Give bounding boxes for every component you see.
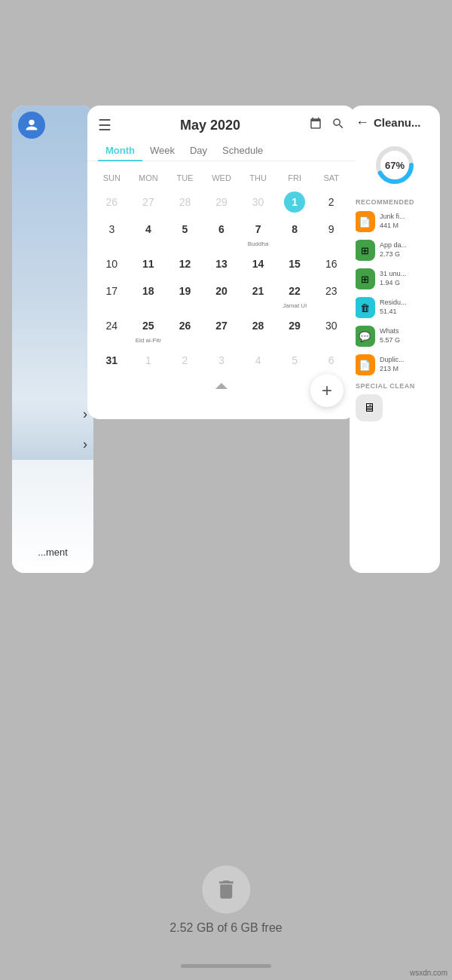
storage-text: 2.52 GB of 6 GB free <box>170 921 282 935</box>
cal-cell-1-4[interactable]: 7Buddha <box>240 216 276 250</box>
cal-num-3-0: 17 <box>101 280 122 302</box>
cal-num-4-4: 28 <box>248 315 269 336</box>
cal-cell-0-5[interactable]: 1 <box>276 188 313 216</box>
cal-num-3-2: 19 <box>174 280 195 302</box>
cal-cell-4-1[interactable]: 25Eid al-Fitr <box>130 312 167 347</box>
cleanup-item-2[interactable]: ⊞31 unu...1.94 G <box>350 265 440 293</box>
cal-cell-1-1[interactable]: 4 <box>130 216 167 250</box>
cal-num-2-0: 10 <box>101 253 122 274</box>
cleanup-item-text-2: 31 unu...1.94 G <box>380 270 406 287</box>
cleanup-item-icon-5: 📄 <box>354 354 375 375</box>
cal-num-0-3: 29 <box>211 191 232 213</box>
cal-num-5-6: 6 <box>321 350 342 371</box>
tab-month[interactable]: Month <box>98 140 142 161</box>
svg-point-0 <box>29 120 34 125</box>
cal-cell-3-2[interactable]: 19 <box>166 277 203 312</box>
tab-week[interactable]: Week <box>142 140 182 161</box>
add-event-button[interactable]: + <box>310 374 344 407</box>
cal-num-4-3: 27 <box>211 315 232 336</box>
cal-num-5-2: 2 <box>174 350 195 371</box>
cal-cell-3-5[interactable]: 22Jamat Ul <box>276 277 313 312</box>
cal-cell-1-0[interactable]: 3 <box>93 216 130 250</box>
cal-cell-0-1[interactable]: 27 <box>130 188 167 216</box>
cal-cell-5-3[interactable]: 3 <box>203 347 240 374</box>
cal-cell-4-6[interactable]: 30 <box>313 312 350 347</box>
cal-cell-1-3[interactable]: 6 <box>203 216 240 250</box>
cleanup-item-4[interactable]: 💬Whats5.57 G <box>350 322 440 351</box>
day-label-sun: SUN <box>93 170 130 185</box>
cal-cell-2-4[interactable]: 14 <box>240 250 276 277</box>
left-card-avatar <box>18 112 45 139</box>
recommended-label: RECOMMENDED <box>350 194 440 207</box>
cal-cell-0-4[interactable]: 30 <box>240 188 276 216</box>
cal-cell-3-4[interactable]: 21 <box>240 277 276 312</box>
cleanup-card[interactable]: ← Cleanu... 67% RECOMMENDED 📄Junk fi...4… <box>350 106 440 573</box>
cal-cell-5-6[interactable]: 6 <box>313 347 350 374</box>
cleanup-item-1[interactable]: ⊞App da...2.73 G <box>350 236 440 265</box>
cal-cell-5-2[interactable]: 2 <box>166 347 203 374</box>
cal-cell-4-0[interactable]: 24 <box>93 312 130 347</box>
tab-day[interactable]: Day <box>182 140 215 161</box>
calendar-day-headers: SUN MON TUE WED THU FRI SAT <box>87 167 356 188</box>
bottom-area: 2.52 GB of 6 GB free <box>170 865 282 935</box>
cal-cell-4-4[interactable]: 28 <box>240 312 276 347</box>
calendar-grid-icon[interactable] <box>309 117 322 134</box>
cleanup-item-text-1: App da...2.73 G <box>380 241 407 259</box>
cleanup-item-icon-0: 📄 <box>354 211 375 232</box>
cal-cell-3-1[interactable]: 18 <box>130 277 167 312</box>
cal-cell-5-0[interactable]: 31 <box>93 347 130 374</box>
cal-cell-4-5[interactable]: 29 <box>276 312 313 347</box>
cal-cell-0-3[interactable]: 29 <box>203 188 240 216</box>
cal-num-0-5: 1 <box>284 191 305 213</box>
cleanup-back-icon[interactable]: ← <box>356 115 369 130</box>
cleanup-item-text-4: Whats5.57 G <box>380 327 400 345</box>
cleanup-percent: 67% <box>385 160 405 171</box>
cal-cell-3-6[interactable]: 23 <box>313 277 350 312</box>
cal-cell-5-1[interactable]: 1 <box>130 347 167 374</box>
cleanup-item-5[interactable]: 📄Duplic...213 M <box>350 351 440 379</box>
cleanup-item-text-5: Duplic...213 M <box>380 356 405 373</box>
hamburger-icon[interactable]: ☰ <box>98 116 111 134</box>
cal-cell-3-3[interactable]: 20 <box>203 277 240 312</box>
calendar-search-icon[interactable] <box>331 117 345 134</box>
cal-cell-2-5[interactable]: 15 <box>276 250 313 277</box>
left-app-card[interactable]: › › ...ment <box>12 106 93 573</box>
cal-cell-1-5[interactable]: 8 <box>276 216 313 250</box>
cleanup-item-icon-1: ⊞ <box>354 240 375 261</box>
cal-num-0-1: 27 <box>138 191 159 213</box>
special-clean-icon[interactable]: 🖥 <box>356 394 383 421</box>
calendar-card[interactable]: ☰ May 2020 Month Week Day Schedule <box>87 106 356 419</box>
calendar-month-year: May 2020 <box>180 118 240 133</box>
cal-cell-3-0[interactable]: 17 <box>93 277 130 312</box>
cal-num-1-3: 6 <box>211 219 232 240</box>
cal-cell-5-4[interactable]: 4 <box>240 347 276 374</box>
cal-num-5-1: 1 <box>138 350 159 371</box>
cal-cell-5-5[interactable]: 5 <box>276 347 313 374</box>
cleanup-item-0[interactable]: 📄Junk fi...441 M <box>350 207 440 236</box>
day-label-mon: MON <box>130 170 167 185</box>
cleanup-donut-chart: 67% <box>372 142 417 188</box>
cal-cell-0-0[interactable]: 26 <box>93 188 130 216</box>
tab-schedule[interactable]: Schedule <box>215 140 270 161</box>
cleanup-item-text-0: Junk fi...441 M <box>380 213 405 230</box>
cal-cell-1-6[interactable]: 9 <box>313 216 350 250</box>
cal-cell-0-6[interactable]: 2 <box>313 188 350 216</box>
cal-cell-2-2[interactable]: 12 <box>166 250 203 277</box>
cal-cell-4-2[interactable]: 26 <box>166 312 203 347</box>
trash-icon[interactable] <box>202 865 250 914</box>
cal-cell-0-2[interactable]: 28 <box>166 188 203 216</box>
cal-num-3-3: 20 <box>211 280 232 302</box>
watermark: wsxdn.com <box>410 969 447 977</box>
cal-cell-2-0[interactable]: 10 <box>93 250 130 277</box>
cal-num-3-6: 23 <box>321 280 342 302</box>
home-indicator[interactable] <box>181 964 271 968</box>
cal-cell-2-3[interactable]: 13 <box>203 250 240 277</box>
cleanup-item-icon-4: 💬 <box>354 326 375 347</box>
cleanup-item-3[interactable]: 🗑Residu...51.41 <box>350 293 440 322</box>
cal-cell-2-6[interactable]: 16 <box>313 250 350 277</box>
cal-num-4-2: 26 <box>174 315 195 336</box>
cal-cell-1-2[interactable]: 5 <box>166 216 203 250</box>
cleanup-items-list: 📄Junk fi...441 M⊞App da...2.73 G⊞31 unu.… <box>350 207 440 379</box>
cal-cell-2-1[interactable]: 11 <box>130 250 167 277</box>
cal-cell-4-3[interactable]: 27 <box>203 312 240 347</box>
